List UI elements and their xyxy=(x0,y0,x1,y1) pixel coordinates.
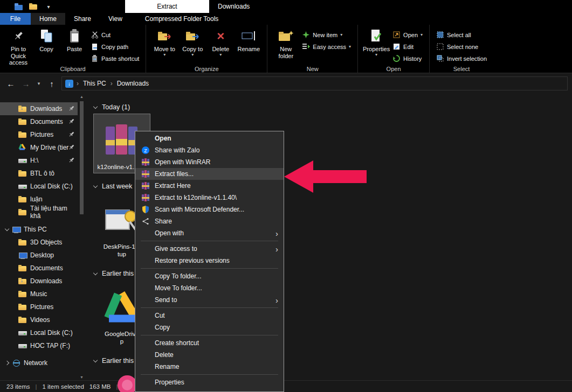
partial-file-icon[interactable] xyxy=(118,375,137,392)
sidebar-item-downloads[interactable]: ↓ Downloads xyxy=(0,102,78,115)
breadcrumb-this-pc[interactable]: This PC xyxy=(82,80,107,87)
menu-item-open[interactable]: Open xyxy=(135,132,284,144)
copy-button[interactable]: Copy xyxy=(32,26,60,54)
sidebar-item-label: Documents xyxy=(30,264,63,272)
rename-button[interactable]: Rename xyxy=(235,26,263,54)
quick-access-toolbar-chevron-icon[interactable]: ▾ xyxy=(44,2,53,11)
paste-button[interactable]: Paste xyxy=(60,26,88,54)
tab-view[interactable]: View xyxy=(100,13,131,25)
sidebar-item-luan[interactable]: luận xyxy=(0,193,78,206)
sidebar-item-label: 3D Objects xyxy=(30,239,62,246)
menu-item-extract-here[interactable]: Extract Here xyxy=(135,180,284,192)
submenu-arrow-icon: › xyxy=(275,296,278,304)
invert-selection-button[interactable]: Invert selection xyxy=(434,53,489,64)
winrar-icon xyxy=(140,170,151,178)
easy-access-button[interactable]: Easy access ▾ xyxy=(300,41,353,52)
sidebar-item-pictures-2[interactable]: Pictures xyxy=(0,300,78,313)
menu-item-copy-to-folder[interactable]: Copy To folder... xyxy=(135,270,284,282)
edit-button[interactable]: Edit xyxy=(390,41,425,52)
menu-item-properties[interactable]: Properties xyxy=(135,376,284,388)
ribbon-group-new: New folder New item ▾ Easy access ▾ xyxy=(267,25,357,73)
forward-button[interactable]: → xyxy=(20,79,31,88)
back-button[interactable]: ← xyxy=(5,79,16,88)
menu-separator xyxy=(141,335,278,335)
paste-shortcut-button[interactable]: Paste shortcut xyxy=(88,53,141,64)
select-all-button[interactable]: Select all xyxy=(434,30,489,40)
menu-item-open-with-winrar[interactable]: Open with WinRAR xyxy=(135,156,284,168)
sidebar-item-documents[interactable]: Documents xyxy=(0,115,78,128)
sidebar-item-btl-o-to[interactable]: BTL ô tô xyxy=(0,167,78,180)
sidebar-scrollbar[interactable]: ▲ ▼ xyxy=(79,94,84,380)
tab-file[interactable]: File xyxy=(0,13,31,25)
delete-button[interactable]: × Delete ▾ xyxy=(206,26,235,59)
scrollbar-thumb[interactable] xyxy=(80,101,84,214)
sidebar-item-tai-lieu[interactable]: Tài liệu tham khả xyxy=(0,206,78,219)
up-button[interactable]: ↑ xyxy=(46,79,57,88)
menu-item-give-access-to[interactable]: Give access to › xyxy=(135,243,284,255)
menu-item-extract-files[interactable]: Extract files... xyxy=(135,168,284,180)
copy-path-button[interactable]: Copy path xyxy=(88,41,141,52)
cut-button[interactable]: Cut xyxy=(88,30,141,40)
recent-locations-chevron-icon[interactable]: ▾ xyxy=(36,81,42,86)
sidebar-item-desktop[interactable]: Desktop xyxy=(0,249,78,262)
scroll-down-icon[interactable]: ▼ xyxy=(79,375,84,379)
menu-item-extract-to-folder[interactable]: Extract to k12online-v1.1.40\ xyxy=(135,192,284,204)
group-header-last-week[interactable]: Last week xyxy=(94,183,132,190)
sidebar-item-pictures[interactable]: Pictures xyxy=(0,128,78,141)
sidebar-item-documents-2[interactable]: Documents xyxy=(0,262,78,275)
breadcrumb-downloads[interactable]: Downloads xyxy=(116,80,150,87)
sidebar-item-videos[interactable]: Videos xyxy=(0,313,78,326)
menu-item-create-shortcut[interactable]: Create shortcut xyxy=(135,337,284,349)
sidebar-item-local-disk-c[interactable]: Local Disk (C:) xyxy=(0,180,78,193)
menu-item-cut[interactable]: Cut xyxy=(135,310,284,321)
select-none-button[interactable]: Select none xyxy=(434,41,489,52)
sidebar-item-music[interactable]: Music xyxy=(0,288,78,300)
tab-home[interactable]: Home xyxy=(31,13,65,25)
group-header-earlier-2[interactable]: Earlier this xyxy=(94,357,134,365)
tab-compressed-folder-tools[interactable]: Compressed Folder Tools xyxy=(136,13,228,25)
sidebar-item-h-drive[interactable]: H:\ xyxy=(0,154,78,167)
explorer-icon xyxy=(14,2,23,11)
sidebar-item-label: Music xyxy=(30,290,47,298)
folder-icon[interactable] xyxy=(29,2,38,11)
history-button[interactable]: History xyxy=(390,53,425,64)
tab-share[interactable]: Share xyxy=(65,13,100,25)
sidebar-item-network[interactable]: Network xyxy=(0,356,78,369)
new-item-button[interactable]: New item ▾ xyxy=(300,30,353,40)
menu-item-rename[interactable]: Rename xyxy=(135,361,284,373)
group-header-earlier-1[interactable]: Earlier this xyxy=(94,270,134,277)
collapse-chevron-icon[interactable] xyxy=(5,361,9,365)
menu-item-share[interactable]: Share xyxy=(135,215,284,227)
sidebar-item-my-drive[interactable]: My Drive (tier xyxy=(0,141,78,154)
menu-item-share-with-zalo[interactable]: Z Share with Zalo xyxy=(135,144,284,156)
group-header-today[interactable]: Today (1) xyxy=(94,103,130,111)
new-folder-button[interactable]: New folder xyxy=(272,26,300,61)
open-button[interactable]: Open ▾ xyxy=(390,30,425,40)
sidebar-item-hoc-tap-f[interactable]: HOC TAP (F:) xyxy=(0,339,78,352)
sidebar-item-3d-objects[interactable]: 3D Objects xyxy=(0,236,78,249)
easy-access-dropdown-icon: ▾ xyxy=(349,45,351,49)
menu-item-open-with[interactable]: Open with › xyxy=(135,227,284,239)
move-to-button[interactable]: Move to ▾ xyxy=(150,26,178,59)
menu-item-move-to-folder[interactable]: Move To folder... xyxy=(135,282,284,294)
menu-item-scan-with-defender[interactable]: Scan with Microsoft Defender... xyxy=(135,204,284,215)
properties-button[interactable]: Properties ▾ xyxy=(362,26,390,59)
scroll-up-icon[interactable]: ▲ xyxy=(79,95,84,99)
menu-item-copy[interactable]: Copy xyxy=(135,321,284,333)
navigation-pane: ↓ Downloads Documents Pictures My Drive … xyxy=(0,94,86,380)
copy-to-button[interactable]: Copy to ▾ xyxy=(178,26,206,59)
pin-to-quick-access-button[interactable]: Pin to Quick access xyxy=(4,26,32,68)
pin-icon xyxy=(68,157,74,165)
sidebar-item-downloads-2[interactable]: ↓ Downloads xyxy=(0,275,78,288)
menu-item-delete[interactable]: Delete xyxy=(135,349,284,361)
sidebar-item-local-disk-c-2[interactable]: Local Disk (C:) xyxy=(0,326,78,339)
contextual-tab-header[interactable]: Extract xyxy=(125,0,209,13)
address-box[interactable]: ↓ › This PC › Downloads xyxy=(61,76,568,90)
sidebar-item-this-pc[interactable]: This PC xyxy=(0,223,78,236)
defender-shield-icon xyxy=(140,206,151,213)
submenu-arrow-icon: › xyxy=(275,229,278,237)
menu-item-restore-previous-versions[interactable]: Restore previous versions xyxy=(135,255,284,267)
menu-item-send-to[interactable]: Send to › xyxy=(135,294,284,306)
expand-chevron-icon[interactable] xyxy=(5,226,9,230)
ribbon-group-select: Select all Select none Invert selection … xyxy=(429,25,493,73)
